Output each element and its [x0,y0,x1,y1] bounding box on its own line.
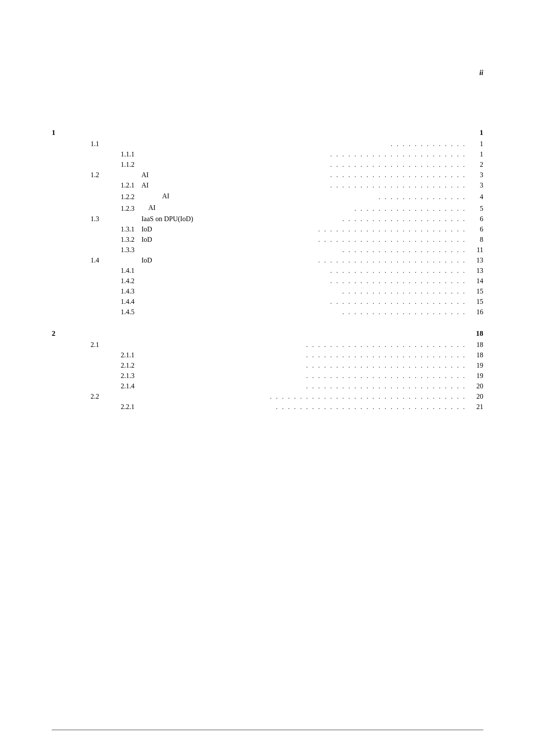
toc-dots-1-4-5: . . . . . . . . . . . . . . . . . . . . … [270,307,466,317]
toc-dots-1-4-2: . . . . . . . . . . . . . . . . . . . . … [270,276,466,286]
toc-page-1-3: 6 [466,214,483,224]
toc-label-1-3-1: IoD [138,224,270,234]
section-1-sub1 [78,121,108,139]
toc-sub2-1-3-2: 1.3.2 [108,234,138,245]
toc-label-1-3-2: IoD [138,234,270,245]
toc-row-1-3-1: 1.3.1 IoD . . . . . . . . . . . . . . . … [52,224,483,234]
toc-label-1-2-3: AI [138,202,270,214]
toc-page-2-1: 18 [466,340,483,350]
toc-row-1-4: 1.4 IoD . . . . . . . . . . . . . . . . … [52,255,483,266]
toc-page-2-2-1: 21 [466,402,483,412]
toc-sub2-2-1-2: 2.1.2 [108,360,138,371]
toc-dots-2-1-3: . . . . . . . . . . . . . . . . . . . . … [270,371,466,381]
toc-table: 1 1 1.1 . . . . . . . . . . . . . 1 [52,121,483,412]
toc-label-1-1-1 [138,149,270,159]
toc-num-1-2 [52,170,78,180]
toc-dots-1-4-3: . . . . . . . . . . . . . . . . . . . . … [270,286,466,297]
toc-dots-1-3-2: . . . . . . . . . . . . . . . . . . . . … [270,234,466,245]
toc-num-1-3 [52,214,78,224]
toc-sub2-1-3 [108,214,138,224]
section-2-sub2 [108,322,138,340]
toc-label-2-1-3 [138,371,270,381]
toc-sub2-1-1 [108,139,138,149]
toc-sub2-1-4-2: 1.4.2 [108,276,138,286]
toc-sub1-2-1-3 [78,371,108,381]
toc-num-1-4 [52,255,78,266]
toc-sub1-1-2-1 [78,180,108,191]
section-1-label [138,121,270,139]
section-1-dots [270,121,466,139]
toc-dots-2-1-4: . . . . . . . . . . . . . . . . . . . . … [270,381,466,391]
toc-dots-1-2-2: . . . . . . . . . . . . . . . [270,191,466,202]
toc-sub1-1-2-3 [78,202,108,214]
toc-page-1-4-4: 15 [466,297,483,307]
toc-page-2-1-3: 19 [466,371,483,381]
toc-num-1-3-1 [52,224,78,234]
toc-page-1-3-2: 8 [466,234,483,245]
toc-dots-1-4: . . . . . . . . . . . . . . . . . . . . … [270,255,466,266]
toc-row-1-2-2: 1.2.2 AI . . . . . . . . . . . . . . . 4 [52,191,483,202]
section-1-heading: 1 1 [52,121,483,139]
toc-sub2-1-3-1: 1.3.1 [108,224,138,234]
toc-label-1-4-4 [138,297,270,307]
toc-page-1-3-3: 11 [466,245,483,255]
toc-sub1-1-2-2 [78,191,108,202]
toc-page-2-1-4: 20 [466,381,483,391]
toc-sub1-2-1-2 [78,360,108,371]
toc-sub2-2-1-4: 2.1.4 [108,381,138,391]
toc-row-1-2: 1.2 AI . . . . . . . . . . . . . . . . .… [52,170,483,180]
toc-sub1-1-4-5 [78,307,108,317]
toc-sub2-2-2-1: 2.2.1 [108,402,138,412]
toc-num-1-1-1 [52,149,78,159]
section-1-sub2 [108,121,138,139]
toc-dots-1-3-1: . . . . . . . . . . . . . . . . . . . . … [270,224,466,234]
toc-label-2-1-2 [138,360,270,371]
toc-sub1-1-3: 1.3 [78,214,108,224]
toc-page-1-4-1: 13 [466,266,483,276]
toc-page-2-2: 20 [466,391,483,402]
toc-sub2-2-1-1: 2.1.1 [108,350,138,360]
section-2-heading: 2 18 [52,322,483,340]
toc-dots-1-4-1: . . . . . . . . . . . . . . . . . . . . … [270,266,466,276]
toc-sub2-1-2 [108,170,138,180]
toc-sub1-2-1-4 [78,381,108,391]
toc-sub1-1-4-2 [78,276,108,286]
toc-num-1-1 [52,139,78,149]
toc-num-1-4-4 [52,297,78,307]
toc-row-1-4-4: 1.4.4 . . . . . . . . . . . . . . . . . … [52,297,483,307]
toc-page-1-2-3: 5 [466,202,483,214]
section-2-sub1 [78,322,108,340]
toc-dots-1-2-1: . . . . . . . . . . . . . . . . . . . . … [270,180,466,191]
toc-num-2-1-2 [52,360,78,371]
toc-row-2-2-1: 2.2.1 . . . . . . . . . . . . . . . . . … [52,402,483,412]
toc-row-1-1: 1.1 . . . . . . . . . . . . . 1 [52,139,483,149]
toc-sub1-2-1-1 [78,350,108,360]
toc-row-1-4-3: 1.4.3 . . . . . . . . . . . . . . . . . … [52,286,483,297]
toc-num-2-1-3 [52,371,78,381]
toc-sub1-2-2: 2.2 [78,391,108,402]
toc-row-2-1-2: 2.1.2 . . . . . . . . . . . . . . . . . … [52,360,483,371]
toc-sub2-1-2-2: 1.2.2 [108,191,138,202]
toc-num-1-2-3 [52,202,78,214]
toc-sub1-1-3-1 [78,224,108,234]
toc-num-1-4-5 [52,307,78,317]
toc-row-2-1: 2.1 . . . . . . . . . . . . . . . . . . … [52,340,483,350]
toc-sub2-1-4-5: 1.4.5 [108,307,138,317]
section-2-page: 18 [466,322,483,340]
toc-sub2-1-4-3: 1.4.3 [108,286,138,297]
toc-num-2-1-1 [52,350,78,360]
toc-num-2-2 [52,391,78,402]
toc-page-1-4-3: 15 [466,286,483,297]
toc-num-1-1-2 [52,159,78,170]
toc-dots-1-1: . . . . . . . . . . . . . [270,139,466,149]
toc-label-1-4-3 [138,286,270,297]
toc-row-1-4-1: 1.4.1 . . . . . . . . . . . . . . . . . … [52,266,483,276]
toc-label-1-4-2 [138,276,270,286]
toc-page-2-1-2: 19 [466,360,483,371]
toc-sub2-1-4-4: 1.4.4 [108,297,138,307]
toc-dots-1-1-1: . . . . . . . . . . . . . . . . . . . . … [270,149,466,159]
toc-sub2-2-2 [108,391,138,402]
toc-page-1-2-1: 3 [466,180,483,191]
toc-page-1-1: 1 [466,139,483,149]
section-2-num: 2 [52,322,78,340]
